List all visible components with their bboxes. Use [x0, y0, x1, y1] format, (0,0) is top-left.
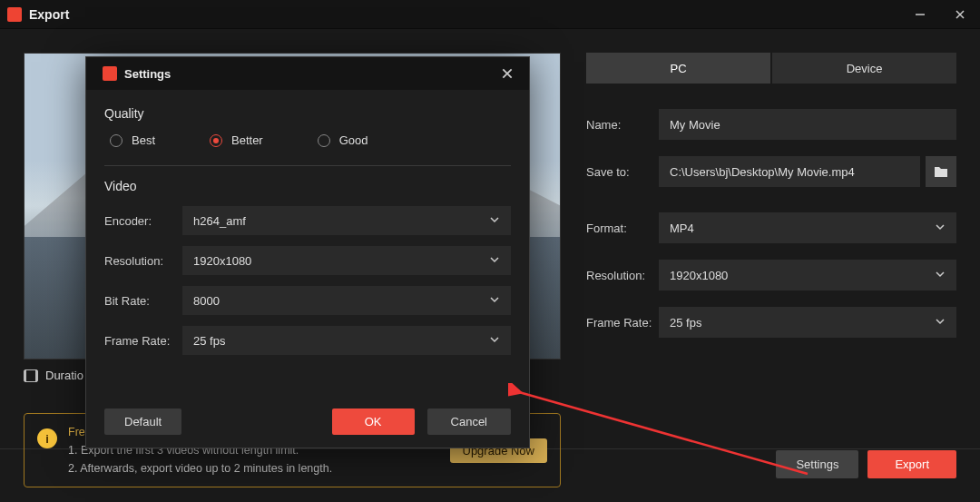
encoder-label: Encoder: [104, 214, 182, 228]
modal-frame-rate-select[interactable]: 25 fps [182, 326, 511, 355]
minimize-button[interactable] [900, 0, 940, 29]
default-button[interactable]: Default [104, 408, 181, 435]
close-button[interactable] [940, 0, 980, 29]
info-icon: i [37, 428, 57, 448]
video-section-title: Video [104, 179, 511, 193]
frame-rate-label: Frame Rate: [586, 316, 659, 330]
radio-dot-icon [318, 134, 330, 147]
cancel-button[interactable]: Cancel [427, 408, 511, 435]
resolution-label: Resolution: [586, 269, 659, 282]
ok-button[interactable]: OK [332, 408, 415, 435]
radio-good[interactable]: Good [318, 133, 368, 147]
chevron-down-icon [489, 214, 500, 228]
frame-rate-select[interactable]: 25 fps [659, 307, 956, 338]
radio-dot-icon [110, 134, 122, 147]
action-buttons: Settings Export [776, 450, 956, 478]
resolution-select[interactable]: 1920x1080 [659, 260, 956, 290]
svg-line-0 [519, 392, 808, 474]
chevron-down-icon [489, 334, 500, 348]
modal-frame-rate-value: 25 fps [193, 334, 225, 348]
main-area: Duratio PC Device Name: Save to: Format:… [0, 29, 980, 502]
chevron-down-icon [935, 221, 946, 235]
resolution-value: 1920x1080 [670, 269, 728, 282]
save-to-input[interactable] [659, 156, 920, 187]
modal-footer: Default OK Cancel [86, 408, 529, 435]
export-button[interactable]: Export [867, 450, 956, 478]
radio-best[interactable]: Best [110, 133, 155, 147]
encoder-value: h264_amf [193, 214, 246, 228]
settings-button[interactable]: Settings [776, 450, 858, 478]
chevron-down-icon [489, 294, 500, 308]
format-label: Format: [586, 221, 659, 235]
browse-folder-button[interactable] [926, 156, 956, 187]
settings-modal: Settings Quality Best Better Good [85, 56, 530, 448]
annotation-arrow [508, 383, 862, 501]
encoder-select[interactable]: h264_amf [182, 206, 511, 235]
modal-resolution-label: Resolution: [104, 254, 182, 268]
modal-header: Settings [86, 57, 529, 90]
app-icon [7, 7, 22, 22]
format-value: MP4 [670, 221, 694, 235]
tab-device[interactable]: Device [772, 53, 956, 84]
quality-section-title: Quality [104, 106, 511, 121]
bit-rate-value: 8000 [193, 294, 220, 308]
modal-close-button[interactable] [495, 61, 520, 86]
format-select[interactable]: MP4 [659, 212, 956, 243]
name-label: Name: [586, 118, 659, 132]
divider [104, 165, 511, 166]
radio-good-label: Good [339, 133, 368, 147]
name-input[interactable] [659, 109, 956, 140]
modal-title: Settings [124, 67, 171, 81]
output-tabs: PC Device [586, 53, 956, 84]
duration-label: Duratio [45, 369, 83, 382]
chevron-down-icon [489, 254, 500, 268]
radio-dot-icon [210, 134, 222, 147]
modal-resolution-select[interactable]: 1920x1080 [182, 246, 511, 275]
radio-better-label: Better [231, 133, 263, 147]
export-panel: PC Device Name: Save to: Format: MP4 Res… [586, 53, 956, 354]
modal-frame-rate-label: Frame Rate: [104, 334, 182, 348]
save-to-label: Save to: [586, 165, 659, 179]
modal-app-icon [103, 66, 117, 81]
modal-resolution-value: 1920x1080 [193, 254, 251, 268]
window-title: Export [29, 7, 69, 22]
frame-rate-value: 25 fps [670, 316, 701, 330]
tab-pc[interactable]: PC [586, 53, 770, 84]
modal-body: Quality Best Better Good Video Encoder: [86, 90, 529, 355]
chevron-down-icon [935, 269, 946, 282]
radio-better[interactable]: Better [210, 133, 263, 147]
radio-best-label: Best [132, 133, 155, 147]
film-icon [24, 369, 38, 382]
titlebar: Export [0, 0, 980, 29]
bit-rate-select[interactable]: 8000 [182, 286, 511, 315]
chevron-down-icon [935, 316, 946, 330]
quality-radios: Best Better Good [110, 133, 511, 147]
bit-rate-label: Bit Rate: [104, 294, 182, 308]
limitations-line-2: 2. Afterwards, export video up to 2 minu… [68, 462, 332, 475]
